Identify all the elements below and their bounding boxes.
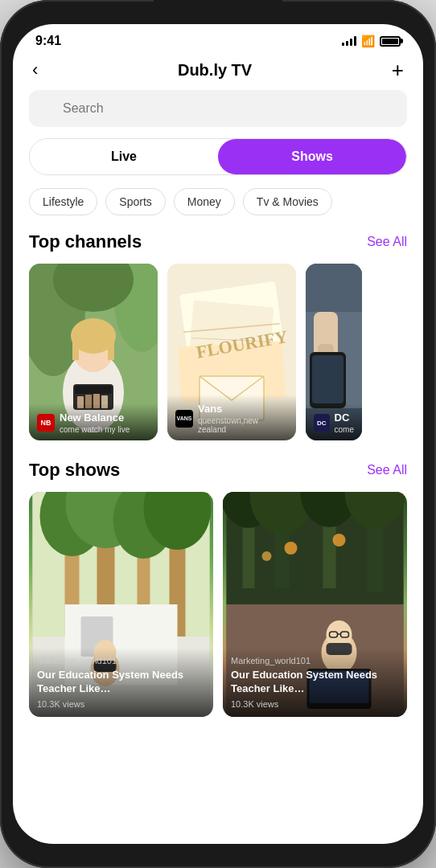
category-tabs: Lifestyle Sports Money Tv & Movies — [13, 188, 423, 231]
status-bar: 9:41 📶 — [13, 24, 423, 53]
page-title: Dub.ly TV — [178, 61, 252, 80]
scroll-content: Top channels See All — [13, 231, 423, 844]
wifi-icon: 📶 — [361, 35, 375, 47]
channel-card-dc[interactable]: DC DC come — [306, 264, 362, 440]
show-author-1: Marketing_world101 — [37, 656, 205, 665]
nb-sub: come watch my live — [60, 425, 130, 434]
notch — [154, 0, 282, 24]
search-input[interactable] — [29, 90, 407, 127]
shows-toggle[interactable]: Shows — [218, 139, 406, 174]
vans-sub: queenstown,new zealand — [198, 416, 288, 434]
show-title-1: Our Education System Needs Teacher Like… — [37, 669, 205, 696]
signal-icon — [342, 36, 356, 46]
top-channels-header: Top channels See All — [13, 231, 423, 264]
nb-logo: NB — [37, 414, 55, 432]
app-header: ‹ Dub.ly TV + — [13, 53, 423, 90]
top-shows-title: Top shows — [29, 460, 120, 481]
phone-screen: 9:41 📶 ‹ Dub.ly TV + — [13, 24, 423, 844]
svg-rect-27 — [312, 355, 343, 403]
vans-logo: VANS — [175, 410, 193, 428]
svg-rect-8 — [108, 336, 114, 360]
tab-lifestyle[interactable]: Lifestyle — [29, 188, 97, 215]
status-icons: 📶 — [342, 35, 401, 47]
show-views-1: 10.3K views — [37, 699, 205, 709]
show-overlay-1: Marketing_world101 Our Education System … — [29, 648, 213, 717]
channel-card-vans[interactable]: FLOURIFY VANS Van — [167, 264, 296, 440]
channel-brand-vans: VANS Vans queenstown,new zealand — [175, 403, 288, 434]
channel-brand-dc: DC DC come — [314, 411, 354, 434]
top-shows-see-all[interactable]: See All — [367, 463, 407, 477]
svg-point-58 — [262, 551, 272, 561]
show-card-1[interactable]: Marketing_world101 Our Education System … — [29, 492, 213, 717]
back-button[interactable]: ‹ — [32, 59, 38, 80]
channel-overlay-nb: NB New Balance come watch my live — [29, 403, 158, 440]
show-views-2: 10.3K views — [231, 699, 399, 709]
dc-name: DC — [335, 411, 354, 424]
add-button[interactable]: + — [392, 59, 404, 80]
vans-info: Vans queenstown,new zealand — [198, 403, 288, 434]
channel-card-new-balance[interactable]: NB New Balance come watch my live — [29, 264, 158, 440]
top-channels-see-all[interactable]: See All — [367, 235, 407, 249]
tab-sports[interactable]: Sports — [105, 188, 165, 215]
tab-tv-movies[interactable]: Tv & Movies — [243, 188, 332, 215]
svg-rect-28 — [306, 264, 362, 312]
channels-row: NB New Balance come watch my live — [13, 264, 423, 460]
vans-name: Vans — [198, 403, 288, 415]
dc-sub: come — [335, 425, 354, 434]
search-container: 🔍 — [13, 90, 423, 138]
svg-rect-10 — [75, 386, 112, 394]
dc-logo: DC — [314, 414, 330, 432]
live-toggle[interactable]: Live — [30, 139, 218, 174]
show-author-2: Marketing_world101 — [231, 656, 399, 665]
channel-brand-nb: NB New Balance come watch my live — [37, 411, 150, 434]
phone-frame: 9:41 📶 ‹ Dub.ly TV + — [0, 0, 436, 868]
top-channels-title: Top channels — [29, 231, 142, 252]
battery-icon — [380, 36, 401, 47]
svg-rect-7 — [72, 336, 79, 360]
show-title-2: Our Education System Needs Teacher Like… — [231, 669, 399, 696]
shows-grid: Marketing_world101 Our Education System … — [13, 492, 423, 736]
show-card-2[interactable]: Marketing_world101 Our Education System … — [223, 492, 407, 717]
show-overlay-2: Marketing_world101 Our Education System … — [223, 648, 407, 717]
view-toggle: Live Shows — [29, 138, 407, 175]
status-time: 9:41 — [35, 34, 61, 48]
svg-point-57 — [333, 534, 346, 547]
nb-name: New Balance — [60, 411, 130, 424]
tab-money[interactable]: Money — [174, 188, 235, 215]
top-shows-header: Top shows See All — [13, 460, 423, 492]
svg-point-56 — [285, 542, 298, 555]
nb-info: New Balance come watch my live — [60, 411, 130, 434]
dc-info: DC come — [335, 411, 354, 434]
channel-overlay-vans: VANS Vans queenstown,new zealand — [167, 395, 296, 440]
search-wrapper: 🔍 — [29, 90, 407, 127]
channel-overlay-dc: DC DC come — [306, 403, 362, 440]
